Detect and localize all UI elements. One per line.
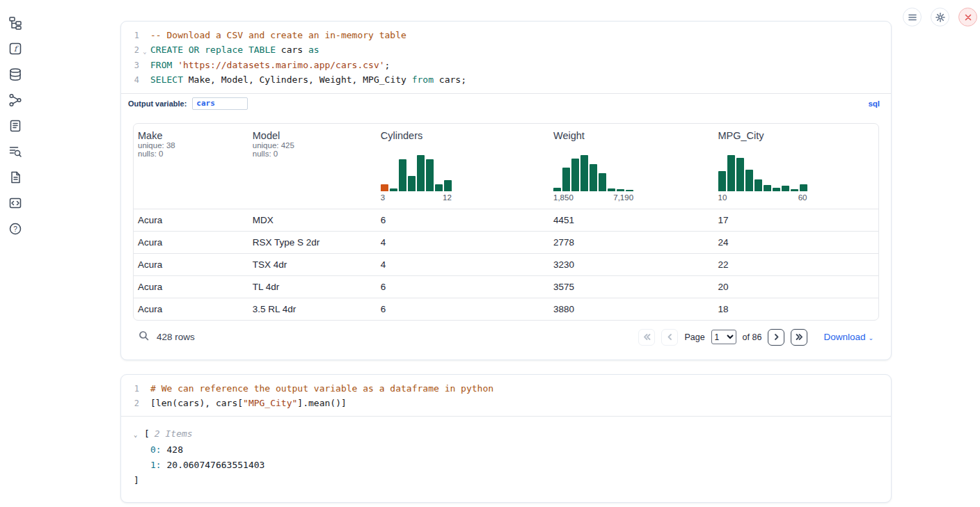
column-header[interactable]: Weight1,8507,190 [549,124,713,209]
code-line[interactable]: 2[len(cars), cars["MPG_City"].mean()] [124,396,883,411]
download-button[interactable]: Download ⌄ [823,332,874,342]
tree-root: ⌄ [ 2 Items [134,426,877,442]
file-explorer-icon[interactable] [8,15,23,30]
table-row[interactable]: Acura3.5 RL 4dr6388018 [134,298,878,320]
table-header: Makeunique: 38nulls: 0Modelunique: 425nu… [134,124,878,209]
python-cell: 1# We can reference the output variable … [120,374,892,503]
prev-page-button[interactable] [661,329,678,346]
tree-entry: 1: 20.060747663551403 [134,458,877,473]
page-select[interactable]: 1 [711,330,736,344]
collapse-toggle-icon[interactable]: ⌄ [134,427,144,442]
last-page-button[interactable] [791,329,807,346]
code-line[interactable]: 1# We can reference the output variable … [124,382,883,396]
output-variable-label: Output variable: [128,99,187,108]
row-count: 428 rows [157,332,195,342]
notebook: 1-- Download a CSV and create an in-memo… [120,21,892,503]
column-histogram: 1,8507,190 [553,155,709,202]
sql-code-editor[interactable]: 1-- Download a CSV and create an in-memo… [121,22,891,93]
page-total: of 86 [743,332,762,342]
tree-entries: 0: 4281: 20.060747663551403 [134,442,877,473]
column-header[interactable]: Makeunique: 38nulls: 0 [134,124,248,209]
page-label: Page [684,332,704,342]
left-sidebar: f ? [0,0,31,507]
chevron-right-icon [772,332,781,341]
column-header[interactable]: Modelunique: 425nulls: 0 [248,124,377,209]
column-header[interactable]: MPG_City1060 [714,124,879,209]
tree-entry: 0: 428 [134,442,877,458]
table-row[interactable]: AcuraTL 4dr6357520 [134,275,878,298]
code-line[interactable]: 3FROM 'https://datasets.marimo.app/cars.… [124,58,883,73]
close-icon [963,13,973,22]
settings-button[interactable] [931,8,949,26]
pagination: Page 1 of 86 Download ⌄ [638,329,874,346]
first-page-button[interactable] [638,329,655,346]
language-badge: sql [868,99,884,108]
table-row[interactable]: AcuraMDX6445117 [134,209,878,231]
sql-cell: 1-- Download a CSV and create an in-memo… [120,21,892,360]
python-output: ⌄ [ 2 Items 0: 4281: 20.060747663551403 … [121,416,891,502]
column-header[interactable]: Cylinders312 [377,124,549,209]
database-icon[interactable] [8,67,23,81]
data-table: Makeunique: 38nulls: 0Modelunique: 425nu… [133,123,879,321]
code-line[interactable]: 1-- Download a CSV and create an in-memo… [124,29,883,43]
output-variable-bar: Output variable: sql [121,93,891,113]
scratchpad-icon[interactable]: f [8,41,23,56]
outline-icon[interactable] [8,118,23,133]
chevron-down-icon: ⌄ [868,333,874,341]
tree-open-bracket: [ [144,426,150,442]
code-line[interactable]: 2⌄CREATE OR replace TABLE cars as [124,43,883,59]
column-histogram: 312 [381,155,545,202]
svg-text:?: ? [13,225,17,232]
topbar-controls [903,8,977,26]
download-label: Download [823,332,865,342]
snippets-icon[interactable] [8,195,23,210]
dependency-graph-icon[interactable] [8,92,23,107]
next-page-button[interactable] [768,329,784,346]
chevron-left-icon [665,332,674,341]
fold-chevron-icon[interactable]: ⌄ [139,43,150,59]
table-row[interactable]: AcuraTSX 4dr4323022 [134,253,878,275]
table-footer: 428 rows Page 1 of 86 [133,322,879,351]
hamburger-icon [908,13,917,22]
chevrons-left-icon [642,332,651,341]
search-icon[interactable] [139,330,149,344]
tree-items-count: 2 Items [155,426,193,442]
svg-text:f: f [14,45,19,54]
shutdown-button[interactable] [958,8,977,26]
python-code-editor[interactable]: 1# We can reference the output variable … [121,375,891,416]
help-icon[interactable]: ? [8,221,23,236]
logs-icon[interactable] [8,144,23,159]
output-variable-input[interactable] [192,97,248,110]
table-row[interactable]: AcuraRSX Type S 2dr4277824 [134,231,878,253]
tree-close-bracket: ] [134,473,877,488]
code-line[interactable]: 4SELECT Make, Model, Cylinders, Weight, … [124,73,883,88]
menu-button[interactable] [903,8,922,26]
documentation-icon[interactable] [8,170,23,184]
column-histogram: 1060 [718,155,875,202]
chevrons-right-icon [795,332,804,341]
gear-icon [935,13,945,22]
table-body: AcuraMDX6445117AcuraRSX Type S 2dr427782… [134,209,878,320]
